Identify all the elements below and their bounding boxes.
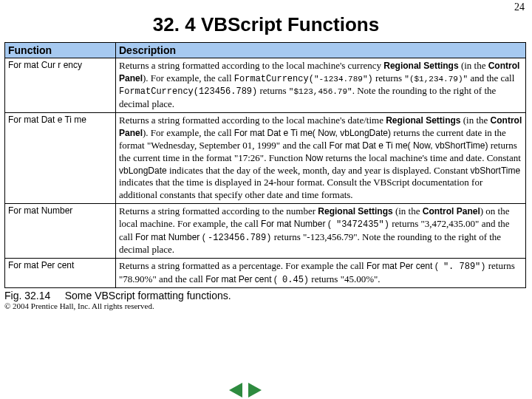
table-row: For mat Number Returns a string formatte…: [5, 204, 526, 259]
string-literal: "3,472,435.00": [421, 218, 480, 229]
string-literal: "3472435"): [331, 219, 389, 230]
table-row: For mat Per cent Returns a string format…: [5, 259, 526, 288]
code: For mat Dat e Ti me( Now, vbShortTime): [330, 140, 488, 151]
string-literal: ". 789"): [438, 262, 486, 272]
string-literal: "-123,456.79": [303, 231, 357, 242]
code: FormatCurrency(: [119, 86, 199, 97]
text: and the call: [468, 72, 514, 83]
table-row: For mat Dat e Ti me Returns a string for…: [5, 112, 526, 203]
code: For mat Dat e Ti me( Now, vbLongDate): [234, 128, 391, 138]
text: returns the local machine's time and dat…: [323, 152, 521, 163]
text: indicates that the day of the week, mont…: [167, 165, 471, 176]
text: (in the: [393, 205, 423, 216]
code: FormatCurrency(: [234, 74, 314, 84]
function-description: Returns a string formatted according to …: [116, 204, 526, 259]
string-literal: "($1,234.79)": [404, 75, 468, 83]
code: For mat Per cent (: [205, 274, 277, 284]
function-description: Returns a string formatted according to …: [116, 112, 526, 203]
header-function: Function: [5, 43, 116, 58]
text: indicates that the time is displayed in …: [119, 177, 482, 200]
string-literal: "Wednesday, September 01, 1999": [147, 140, 280, 151]
number-literal: 0.45): [277, 275, 309, 285]
function-description: Returns a string formatted according to …: [116, 58, 526, 113]
bold-text: Regional Settings: [383, 61, 458, 71]
function-name: For mat Dat e Ti me: [5, 112, 116, 203]
next-arrow-icon[interactable]: [248, 383, 262, 398]
function-name: For mat Cur r ency: [5, 58, 116, 113]
string-literal: "-1234.789": [314, 75, 368, 83]
text: ). For example, the call: [143, 72, 234, 83]
code: Now: [305, 153, 323, 163]
text: Returns a string formatted according to …: [119, 205, 318, 216]
number-literal: -123456.789): [208, 233, 271, 243]
text: ). For example, the call: [143, 127, 234, 138]
string-literal: "78.90%": [119, 273, 157, 284]
code: For mat Number (: [135, 232, 208, 242]
string-literal: "45.00%": [341, 273, 378, 284]
figure-caption: Fig. 32.14 Some VBScript formatting func…: [4, 290, 528, 301]
text: returns: [486, 260, 515, 271]
code: For mat Number (: [261, 219, 331, 229]
figure-text: Some VBScript formatting functions.: [65, 290, 231, 301]
page-number: 24: [514, 1, 525, 13]
text: returns: [309, 273, 341, 284]
table-row: For mat Cur r ency Returns a string form…: [5, 58, 526, 113]
code: vbLongDate: [119, 166, 167, 176]
bold-text: Control Panel: [423, 206, 480, 216]
table-header-row: Function Description: [5, 43, 526, 58]
string-literal: "$123,456.79": [289, 87, 352, 96]
text: returns: [271, 231, 303, 242]
text: and the call: [157, 273, 205, 284]
text: Returns a string formatted according to …: [119, 115, 386, 126]
function-name: For mat Number: [5, 204, 116, 259]
function-name: For mat Per cent: [5, 259, 116, 288]
text: and the call: [280, 140, 329, 151]
text: Returns a string formatted as a percenta…: [119, 260, 366, 271]
text: (in the: [459, 60, 488, 71]
page-title: 32. 4 VBScript Functions: [0, 13, 532, 36]
copyright: © 2004 Prentice Hall, Inc. All rights re…: [4, 301, 528, 310]
code: vbShortTime: [471, 166, 521, 176]
number-literal: 123456.789: [199, 86, 252, 97]
text: returns: [257, 85, 289, 96]
text: returns: [389, 218, 421, 229]
text: Returns a string formatted according to …: [119, 60, 383, 71]
text: returns: [373, 72, 405, 83]
function-description: Returns a string formatted as a percenta…: [116, 259, 526, 288]
string-literal: "17:26": [234, 152, 264, 163]
code: For mat Per cent (: [366, 261, 438, 271]
text: . Function: [264, 152, 305, 163]
figure-number: Fig. 32.14: [4, 290, 50, 301]
header-description: Description: [116, 43, 526, 58]
functions-table: Function Description For mat Cur r ency …: [4, 42, 526, 288]
prev-arrow-icon[interactable]: [229, 383, 242, 398]
bold-text: Regional Settings: [318, 206, 392, 216]
nav-arrows: [229, 383, 262, 398]
text: .: [378, 273, 380, 284]
bold-text: Regional Settings: [386, 115, 460, 126]
code: ): [368, 74, 373, 84]
text: (in the: [461, 115, 491, 126]
